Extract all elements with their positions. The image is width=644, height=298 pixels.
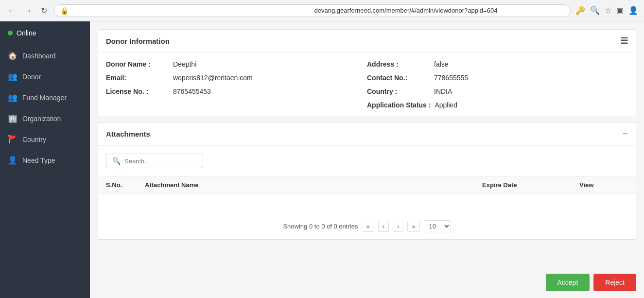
col-sno: S.No. <box>106 181 145 189</box>
country-row: Country : INDIA <box>367 88 628 95</box>
donor-info-left: Donor Name : Deepthi Email: woperis812@r… <box>106 60 367 109</box>
status-dot <box>8 31 13 35</box>
donor-icon: 👥 <box>8 72 17 81</box>
col-attachment-name: Attachment Name <box>145 181 482 189</box>
browser-toolbar: 🔑 🔍 ☆ ▣ 👤 <box>575 6 638 15</box>
status-label: Online <box>17 29 36 37</box>
sidebar-item-organization[interactable]: 🏢 Organization <box>0 108 90 129</box>
footer-buttons: Accept Reject <box>90 267 644 298</box>
sidebar-item-label: Donor <box>22 73 41 81</box>
main-content: Donor Information ☰ Donor Name : Deepthi… <box>90 21 644 298</box>
sidebar-item-dashboard[interactable]: 🏠 Dashboard <box>0 45 90 66</box>
app-status-value: Applied <box>435 101 457 109</box>
layout-icon[interactable]: ▣ <box>616 6 624 15</box>
country-label: Country : <box>367 88 430 95</box>
address-label: Address : <box>367 60 430 68</box>
reject-button[interactable]: Reject <box>593 274 636 291</box>
contact-label: Contact No.: <box>367 74 430 82</box>
donor-info-grid: Donor Name : Deepthi Email: woperis812@r… <box>98 53 636 117</box>
reload-button[interactable]: ↻ <box>39 4 49 17</box>
col-expire-date: Expire Date <box>482 181 579 189</box>
donor-info-right: Address : false Contact No.: 778655555 C… <box>367 60 628 109</box>
profile-icon[interactable]: 👤 <box>628 6 638 15</box>
donor-info-title: Donor Information <box>106 37 170 45</box>
sidebar: Online 🏠 Dashboard 👥 Donor 👥 Fund Manage… <box>0 21 90 298</box>
col-view: View <box>579 181 628 189</box>
address-row: Address : false <box>367 60 628 68</box>
first-page-button[interactable]: « <box>362 221 374 232</box>
collapse-icon[interactable]: − <box>622 128 628 140</box>
donor-name-row: Donor Name : Deepthi <box>106 60 367 68</box>
back-button[interactable]: ← <box>6 4 17 17</box>
table-header: S.No. Attachment Name Expire Date View <box>98 176 636 194</box>
pagination-text: Showing 0 to 0 of 0 entries <box>283 223 358 230</box>
table-body <box>98 194 636 213</box>
pagination-row: Showing 0 to 0 of 0 entries « ‹ › » 10 2… <box>98 213 636 239</box>
contact-row: Contact No.: 778655555 <box>367 74 628 82</box>
attachments-title: Attachments <box>106 130 150 138</box>
attachments-card: Attachments − 🔍 S.No. Attachment Name Ex… <box>98 122 636 240</box>
need-type-icon: 👤 <box>8 156 17 165</box>
donor-name-value: Deepthi <box>173 60 196 68</box>
sidebar-item-donor[interactable]: 👥 Donor <box>0 66 90 87</box>
license-value: 8765455453 <box>173 88 211 95</box>
email-value: woperis812@rentaen.com <box>173 74 253 82</box>
address-value: false <box>434 60 449 68</box>
next-page-button[interactable]: › <box>393 221 403 232</box>
key-icon[interactable]: 🔑 <box>575 6 585 15</box>
search-icon[interactable]: 🔍 <box>590 6 600 15</box>
fund-manager-icon: 👥 <box>8 93 17 102</box>
app-status-row: Application Status : Applied <box>367 101 628 109</box>
sidebar-item-label: Country <box>22 136 46 143</box>
last-page-button[interactable]: » <box>407 221 419 232</box>
sidebar-item-need-type[interactable]: 👤 Need Type <box>0 150 90 171</box>
app-status-label: Application Status : <box>367 101 431 109</box>
sidebar-item-fund-manager[interactable]: 👥 Fund Manager <box>0 87 90 108</box>
contact-value: 778655555 <box>434 74 468 82</box>
forward-button[interactable]: → <box>22 4 34 17</box>
email-label: Email: <box>106 74 169 82</box>
donor-info-card: Donor Information ☰ Donor Name : Deepthi… <box>98 29 636 117</box>
donor-name-label: Donor Name : <box>106 60 169 68</box>
donor-info-header: Donor Information ☰ <box>98 30 636 53</box>
url-display: devang.gearforneed.com/member/#/admin/vi… <box>314 7 565 14</box>
country-value: INDIA <box>434 88 452 95</box>
star-icon[interactable]: ☆ <box>605 6 611 15</box>
sidebar-item-label: Dashboard <box>22 52 56 60</box>
menu-icon[interactable]: ☰ <box>620 35 628 46</box>
email-row: Email: woperis812@rentaen.com <box>106 74 367 82</box>
page-size-select[interactable]: 10 25 50 100 <box>424 220 451 232</box>
dashboard-icon: 🏠 <box>8 51 17 60</box>
organization-icon: 🏢 <box>8 114 17 123</box>
prev-page-button[interactable]: ‹ <box>378 221 389 232</box>
address-bar[interactable]: 🔒 devang.gearforneed.com/member/#/admin/… <box>54 4 571 17</box>
search-bar: 🔍 <box>106 154 203 168</box>
online-status: Online <box>0 21 90 45</box>
accept-button[interactable]: Accept <box>546 274 590 291</box>
browser-chrome: ← → ↻ 🔒 devang.gearforneed.com/member/#/… <box>0 0 644 21</box>
sidebar-item-label: Need Type <box>22 157 55 164</box>
attachments-header: Attachments − <box>98 123 636 146</box>
license-label: License No. : <box>106 88 169 95</box>
sidebar-item-label: Fund Manager <box>22 94 67 102</box>
search-bar-wrap: 🔍 <box>98 146 636 176</box>
sidebar-item-label: Organization <box>22 115 61 123</box>
search-icon: 🔍 <box>112 157 121 165</box>
license-row: License No. : 8765455453 <box>106 88 367 95</box>
sidebar-item-country[interactable]: 🚩 Country <box>0 129 90 150</box>
search-input[interactable] <box>124 158 206 165</box>
country-icon: 🚩 <box>8 135 17 144</box>
